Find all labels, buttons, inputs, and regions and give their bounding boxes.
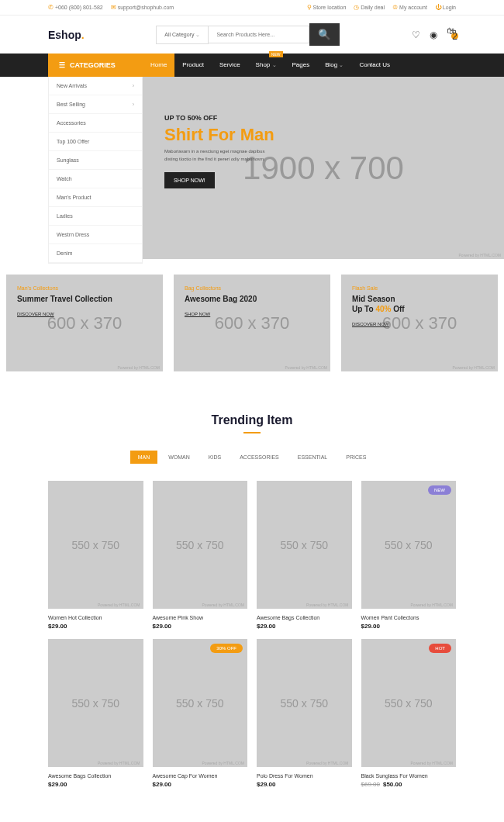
product-image: 550 x 750Powered by HTML.COM — [48, 481, 143, 609]
nav-shop[interactable]: Shop ⌄NEW — [248, 54, 285, 77]
product-card[interactable]: 550 x 750NEWPowered by HTML.COMWomen Pan… — [361, 481, 457, 630]
product-card[interactable]: 550 x 750Powered by HTML.COMAwesome Bags… — [257, 481, 352, 630]
tab-prices[interactable]: PRICES — [338, 451, 374, 464]
product-tabs: MANWOMANKIDSACCESSORIESESSENTIALPRICES — [0, 451, 504, 464]
sidebar-item[interactable]: Denim — [49, 244, 142, 263]
tab-woman[interactable]: WOMAN — [161, 451, 198, 464]
banner-link[interactable]: DISCOVER NOW — [352, 322, 389, 326]
placeholder-text: 550 x 750 — [281, 697, 329, 710]
search-button[interactable]: 🔍 — [309, 23, 340, 46]
tab-man[interactable]: MAN — [130, 451, 158, 464]
banner-link[interactable]: DISCOVER NOW — [17, 312, 54, 316]
sidebar-item[interactable]: Westrn Dress — [49, 226, 142, 244]
placeholder-text: 600 x 370 — [382, 313, 457, 333]
product-card[interactable]: 550 x 750Powered by HTML.COMAwesome Pink… — [153, 481, 248, 630]
product-grid: 550 x 750Powered by HTML.COMWomen Hot Co… — [0, 481, 504, 803]
product-name: Women Pant Collectons — [361, 615, 457, 620]
watermark: Powered by HTML.COM — [459, 253, 501, 257]
cart-icon[interactable]: 🛍2 — [447, 26, 456, 43]
chevron-down-icon: ⌄ — [339, 62, 343, 67]
sidebar-item[interactable]: Man's Product — [49, 188, 142, 207]
product-name: Awesome Cap For Women — [153, 773, 248, 779]
placeholder-text: 550 x 750 — [281, 539, 329, 551]
hero-description: Maboriasam in a nesciung eget magnae dap… — [164, 148, 269, 163]
placeholder-text: 550 x 750 — [385, 697, 433, 710]
user-circle-icon[interactable]: ◉ — [430, 29, 437, 40]
product-price: $29.00 — [48, 623, 143, 630]
sidebar-item[interactable]: Ladies — [49, 207, 142, 226]
nav-pages[interactable]: Pages — [285, 54, 318, 77]
power-icon: ⏻ — [435, 4, 441, 11]
product-image: 550 x 750Powered by HTML.COM — [257, 639, 352, 767]
tab-essential[interactable]: ESSENTIAL — [290, 451, 336, 464]
clock-icon: ◷ — [354, 4, 359, 11]
watermark: Powered by HTML.COM — [202, 603, 244, 607]
product-image: 550 x 750Powered by HTML.COM — [48, 639, 143, 767]
product-card[interactable]: 550 x 750HOTPowered by HTML.COMBlack Sun… — [361, 639, 457, 788]
product-image: 550 x 750HOTPowered by HTML.COM — [361, 639, 457, 767]
watermark: Powered by HTML.COM — [285, 365, 327, 370]
sidebar-item[interactable]: Best Selling› — [49, 95, 142, 114]
product-price: $29.00 — [48, 781, 143, 788]
deal-link[interactable]: ◷Daily deal — [354, 4, 385, 11]
product-image: 550 x 750Powered by HTML.COM — [257, 481, 352, 609]
nav-contact us[interactable]: Contact Us — [351, 54, 398, 77]
chevron-right-icon: › — [133, 83, 134, 88]
user-icon: ♔ — [392, 4, 398, 11]
placeholder-text: 550 x 750 — [176, 539, 224, 551]
sidebar-item[interactable]: Accessories — [49, 114, 142, 133]
promo-banner[interactable]: 600 x 370Flash SaleMid SeasonUp To 40% O… — [341, 275, 498, 371]
product-price: $69.00$50.00 — [361, 781, 457, 788]
nav-home[interactable]: Home — [143, 54, 174, 77]
phone-icon: ✆ — [48, 4, 54, 11]
promo-banner[interactable]: 600 x 370Man's CollectonsSummer Travel C… — [6, 275, 163, 371]
categories-button[interactable]: ☰CATEGORIES — [48, 54, 143, 77]
sidebar-item[interactable]: Watch — [49, 170, 142, 188]
product-badge: NEW — [428, 485, 451, 495]
product-card[interactable]: 550 x 750Powered by HTML.COMWomen Hot Co… — [48, 481, 143, 630]
email-link[interactable]: ✉support@shophub.com — [111, 4, 174, 11]
banner-category: Man's Collectons — [17, 285, 152, 291]
product-price: $29.00 — [361, 623, 457, 630]
product-card[interactable]: 550 x 750Powered by HTML.COMAwesome Bags… — [48, 639, 143, 788]
logo[interactable]: Eshop. — [48, 29, 85, 41]
banner-category: Flash Sale — [352, 285, 487, 291]
watermark: Powered by HTML.COM — [202, 761, 244, 765]
tab-kids[interactable]: KIDS — [201, 451, 229, 464]
product-card[interactable]: 550 x 75030% OFFPowered by HTML.COMAweso… — [153, 639, 248, 788]
phone-link[interactable]: ✆+060 (800) 801-582 — [48, 4, 103, 11]
sidebar-item[interactable]: Top 100 Offer — [49, 133, 142, 151]
chevron-down-icon: ⌄ — [195, 32, 200, 37]
banner-link[interactable]: SHOP NOW — [185, 312, 210, 316]
product-name: Polo Dress For Women — [257, 773, 352, 779]
product-card[interactable]: 550 x 750Powered by HTML.COMPolo Dress F… — [257, 639, 352, 788]
promo-banner[interactable]: 600 x 370Bag CollectonsAwesome Bag 2020S… — [174, 275, 330, 371]
title-divider — [243, 432, 261, 433]
nav-blog[interactable]: Blog ⌄ — [317, 54, 351, 77]
shop-now-button[interactable]: SHOP NOW! — [164, 172, 215, 188]
sidebar-item[interactable]: New Arrivals› — [49, 77, 142, 95]
login-link[interactable]: ⏻Login — [435, 4, 456, 11]
store-link[interactable]: ⚲Store location — [307, 4, 347, 11]
banner-title: Awesome Bag 2020 — [185, 294, 319, 304]
category-select[interactable]: All Category ⌄ — [156, 26, 209, 44]
placeholder-text: 600 x 370 — [47, 313, 123, 333]
product-price: $29.00 — [257, 623, 352, 630]
nav-service[interactable]: Service — [212, 54, 248, 77]
nav-product[interactable]: Product — [174, 54, 212, 77]
placeholder-text: 550 x 750 — [176, 697, 224, 710]
account-link[interactable]: ♔My account — [392, 4, 427, 11]
watermark: Powered by HTML.COM — [118, 365, 160, 370]
tab-accessories[interactable]: ACCESSORIES — [232, 451, 287, 464]
hero-banner: 1900 x 700 UP TO 50% OFF Shirt For Man M… — [143, 77, 504, 259]
header: Eshop. All Category ⌄ 🔍 ♡ ◉ 🛍2 — [0, 16, 504, 54]
banner-title: Summer Travel Collection — [17, 294, 152, 304]
watermark: Powered by HTML.COM — [453, 365, 495, 370]
product-name: Awesome Pink Show — [153, 615, 248, 620]
chevron-down-icon: ⌄ — [272, 62, 277, 67]
sidebar-item[interactable]: Sunglass — [49, 151, 142, 170]
search-input[interactable] — [209, 26, 309, 43]
watermark: Powered by HTML.COM — [306, 603, 348, 607]
product-image: 550 x 750Powered by HTML.COM — [153, 481, 248, 609]
wishlist-icon[interactable]: ♡ — [412, 29, 420, 40]
